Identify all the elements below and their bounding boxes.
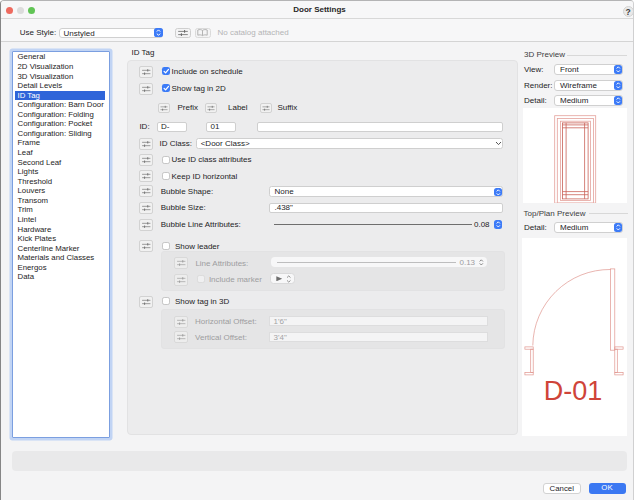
svg-text:D-01: D-01 [544,376,603,406]
